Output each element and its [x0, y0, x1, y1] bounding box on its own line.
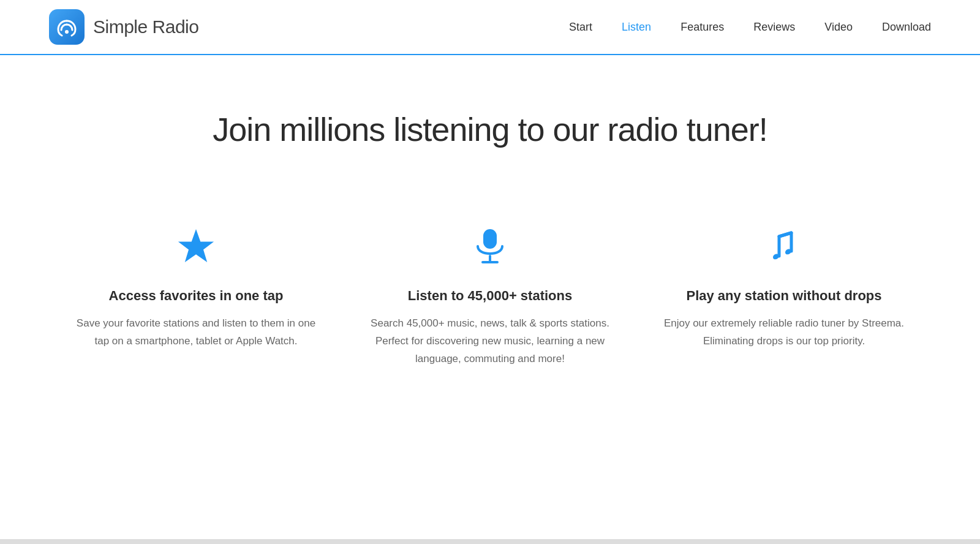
- feature-no-drops: Play any station without drops Enjoy our…: [637, 222, 931, 368]
- nav-item-start[interactable]: Start: [569, 21, 592, 34]
- star-icon: [74, 222, 318, 271]
- logo-svg: [56, 16, 78, 38]
- nav-item-features[interactable]: Features: [680, 21, 724, 34]
- svg-rect-2: [483, 229, 497, 249]
- feature-stations: Listen to 45,000+ stations Search 45,000…: [343, 222, 637, 368]
- svg-point-0: [65, 30, 69, 34]
- logo-text: Simple Radio: [93, 17, 198, 37]
- main-nav: Start Listen Features Reviews Video Down…: [569, 21, 931, 34]
- hero-title: Join millions listening to our radio tun…: [49, 110, 931, 148]
- app-logo-icon: [49, 9, 85, 45]
- feature-no-drops-title: Play any station without drops: [662, 288, 907, 304]
- nav-item-listen[interactable]: Listen: [622, 21, 651, 34]
- features-section: Access favorites in one tap Save your fa…: [0, 222, 980, 405]
- nav-item-video[interactable]: Video: [824, 21, 853, 34]
- feature-stations-desc: Search 45,000+ music, news, talk & sport…: [368, 315, 612, 368]
- feature-favorites-desc: Save your favorite stations and listen t…: [74, 315, 318, 350]
- feature-favorites: Access favorites in one tap Save your fa…: [49, 222, 343, 368]
- svg-marker-1: [178, 229, 214, 262]
- feature-stations-title: Listen to 45,000+ stations: [368, 288, 612, 304]
- microphone-icon: [368, 222, 612, 271]
- svg-line-5: [779, 233, 791, 236]
- hero-section: Join millions listening to our radio tun…: [0, 55, 980, 222]
- header: Simple Radio Start Listen Features Revie…: [0, 0, 980, 55]
- nav-item-reviews[interactable]: Reviews: [753, 21, 795, 34]
- music-note-icon: [662, 222, 907, 271]
- feature-favorites-title: Access favorites in one tap: [74, 288, 318, 304]
- feature-no-drops-desc: Enjoy our extremely reliable radio tuner…: [662, 315, 907, 350]
- logo-area: Simple Radio: [49, 9, 198, 45]
- nav-item-download[interactable]: Download: [882, 21, 931, 34]
- bottom-scrollbar[interactable]: [0, 539, 980, 544]
